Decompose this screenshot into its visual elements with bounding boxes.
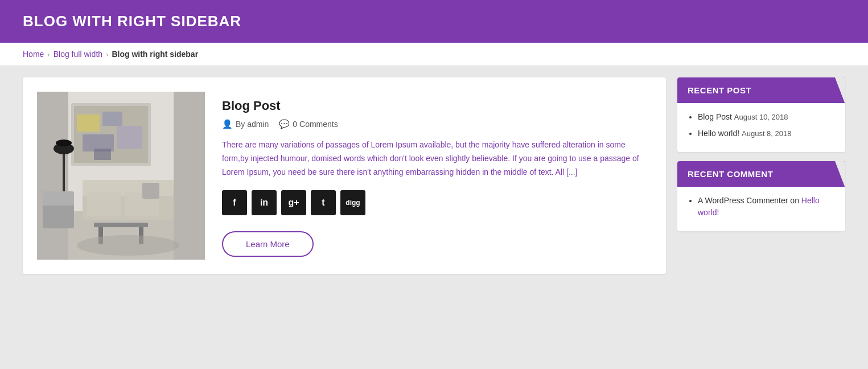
- comment-author: A WordPress Commenter: [698, 196, 790, 205]
- comment-icon: 💬: [279, 119, 290, 129]
- svg-rect-25: [43, 191, 74, 206]
- recent-post-link-1[interactable]: Blog Post: [698, 112, 732, 121]
- facebook-icon[interactable]: f: [222, 190, 247, 215]
- recent-comment-list: A WordPress Commenter on Hello world!: [688, 195, 835, 219]
- main-layout: Blog Post 👤 By admin 💬 0 Comments There …: [0, 66, 868, 285]
- twitter-icon[interactable]: t: [311, 190, 336, 215]
- recent-post-date-2: August 8, 2018: [742, 129, 791, 138]
- blog-post-title: Blog Post: [222, 99, 652, 113]
- svg-point-26: [77, 235, 179, 256]
- svg-rect-11: [174, 92, 205, 260]
- svg-rect-17: [94, 223, 148, 227]
- recent-comment-widget: RECENT COMMENT A WordPress Commenter on …: [677, 161, 845, 231]
- recent-post-widget: RECENT POST Blog Post August 10, 2018 He…: [677, 77, 845, 152]
- googleplus-icon[interactable]: g+: [281, 190, 306, 215]
- blog-comments: 💬 0 Comments: [279, 119, 338, 129]
- recent-post-date-1: August 10, 2018: [734, 113, 788, 121]
- user-icon: 👤: [222, 119, 233, 129]
- linkedin-icon[interactable]: in: [252, 190, 277, 215]
- comment-on-text: on: [790, 196, 801, 205]
- recent-post-list: Blog Post August 10, 2018 Hello world! A…: [688, 111, 835, 140]
- recent-post-body: Blog Post August 10, 2018 Hello world! A…: [677, 103, 845, 152]
- breadcrumb-sep-1: ›: [47, 50, 50, 59]
- page-header: BLOG WITH RIGHT SIDEBAR: [0, 0, 868, 43]
- content-area: Blog Post 👤 By admin 💬 0 Comments There …: [23, 77, 666, 274]
- recent-comment-body: A WordPress Commenter on Hello world!: [677, 187, 845, 231]
- svg-rect-5: [77, 114, 100, 132]
- digg-icon[interactable]: digg: [340, 190, 365, 215]
- svg-rect-8: [117, 126, 142, 149]
- blog-excerpt: There are many variations of passages of…: [222, 138, 652, 179]
- breadcrumb-sep-2: ›: [106, 50, 108, 59]
- blog-meta: 👤 By admin 💬 0 Comments: [222, 119, 652, 129]
- blog-author: 👤 By admin: [222, 119, 269, 129]
- recent-comment-item-1: A WordPress Commenter on Hello world!: [698, 195, 835, 219]
- recent-comment-header: RECENT COMMENT: [677, 161, 845, 187]
- breadcrumb-home[interactable]: Home: [23, 50, 44, 59]
- page-title: BLOG WITH RIGHT SIDEBAR: [23, 13, 845, 30]
- breadcrumb-parent[interactable]: Blog full width: [54, 50, 102, 59]
- comment-author-link[interactable]: A WordPress Commenter: [698, 196, 788, 205]
- svg-rect-24: [43, 203, 74, 228]
- breadcrumb-current: Blog with right sidebar: [112, 50, 198, 59]
- author-label: By admin: [236, 120, 269, 129]
- blog-post-image: [37, 92, 205, 260]
- svg-rect-9: [94, 149, 111, 160]
- comments-label: 0 Comments: [293, 120, 338, 129]
- recent-post-item-2: Hello world! August 8, 2018: [698, 128, 835, 140]
- breadcrumb: Home › Blog full width › Blog with right…: [0, 43, 868, 66]
- svg-rect-6: [102, 112, 122, 126]
- sidebar: RECENT POST Blog Post August 10, 2018 He…: [677, 77, 845, 274]
- svg-point-22: [56, 140, 72, 146]
- svg-rect-14: [87, 192, 121, 216]
- learn-more-button[interactable]: Learn More: [222, 231, 314, 257]
- social-icons: f in g+ t digg: [222, 190, 652, 215]
- recent-post-item-1: Blog Post August 10, 2018: [698, 111, 835, 123]
- svg-rect-16: [142, 183, 159, 199]
- recent-post-header: RECENT POST: [677, 77, 845, 103]
- blog-card: Blog Post 👤 By admin 💬 0 Comments There …: [23, 77, 666, 274]
- recent-post-link-2[interactable]: Hello world!: [698, 129, 739, 138]
- blog-card-content: Blog Post 👤 By admin 💬 0 Comments There …: [222, 92, 652, 257]
